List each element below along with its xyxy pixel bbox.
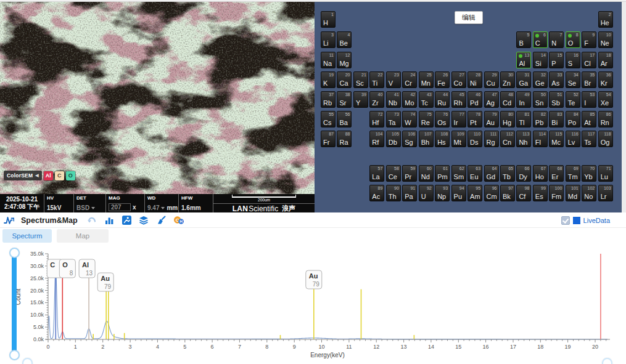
- element-tile-Pt[interactable]: 78Pt: [467, 111, 482, 127]
- element-tile-O[interactable]: 8O: [566, 31, 580, 48]
- element-tile-B[interactable]: 5B: [516, 31, 531, 48]
- element-tile-Li[interactable]: 3Li: [321, 31, 336, 48]
- element-tile-Tl[interactable]: 81Tl: [516, 111, 531, 127]
- sem-image-panel[interactable]: ColorSEM ◀ AlCO: [0, 2, 315, 194]
- element-tile-Fr[interactable]: 87Fr: [321, 131, 336, 147]
- element-tile-Kr[interactable]: 36Kr: [598, 71, 613, 88]
- element-tile-Ra[interactable]: 88Ra: [337, 131, 352, 147]
- element-tile-Bi[interactable]: 83Bi: [549, 111, 564, 127]
- element-tile-Er[interactable]: 68Er: [549, 165, 564, 182]
- element-tile-N[interactable]: 7N: [549, 31, 564, 48]
- element-tile-Rg[interactable]: 111Rg: [484, 131, 499, 147]
- element-tile-Ru[interactable]: 44Ru: [435, 91, 450, 108]
- element-tile-Pu[interactable]: 94Pu: [451, 185, 466, 201]
- element-tile-Te[interactable]: 52Te: [566, 91, 580, 108]
- element-tile-Es[interactable]: 99Es: [533, 185, 548, 201]
- count-slider-handle-top[interactable]: [9, 248, 20, 258]
- element-tile-Ca[interactable]: 20Ca: [337, 71, 352, 88]
- element-tile-Ir[interactable]: 77Ir: [451, 111, 466, 127]
- element-tile-Se[interactable]: 34Se: [566, 71, 580, 88]
- element-tile-In[interactable]: 49In: [516, 91, 531, 108]
- element-tile-Ho[interactable]: 67Ho: [533, 165, 548, 182]
- element-tile-He[interactable]: 2He: [598, 11, 613, 28]
- element-tile-Cl[interactable]: 17Cl: [582, 52, 596, 68]
- element-tile-Al[interactable]: 13Al: [516, 52, 531, 68]
- element-tile-Pr[interactable]: 59Pr: [402, 165, 417, 182]
- element-tile-Ce[interactable]: 58Ce: [386, 165, 401, 182]
- element-tile-Cm[interactable]: 96Cm: [484, 185, 499, 201]
- auto-identify-icon[interactable]: [121, 215, 132, 225]
- element-tile-Xe[interactable]: 54Xe: [598, 91, 613, 108]
- element-tile-Dy[interactable]: 66Dy: [516, 165, 531, 182]
- element-tile-Md[interactable]: 101Md: [566, 185, 580, 201]
- peak-label-Au[interactable]: Au79: [97, 273, 113, 291]
- element-chip-C[interactable]: C: [55, 171, 64, 180]
- element-tile-Zr[interactable]: 40Zr: [369, 91, 384, 108]
- edit-button[interactable]: 编辑: [455, 11, 483, 24]
- element-tile-Rb[interactable]: 37Rb: [321, 91, 336, 108]
- element-chip-O[interactable]: O: [66, 171, 75, 180]
- element-tile-Sc[interactable]: 21Sc: [353, 71, 368, 88]
- element-tile-Sr[interactable]: 38Sr: [337, 91, 352, 108]
- element-tile-Tc[interactable]: 43Tc: [419, 91, 434, 108]
- det-dropdown[interactable]: BSD: [76, 204, 103, 211]
- element-tile-Zn[interactable]: 30Zn: [500, 71, 515, 88]
- element-tile-Gd[interactable]: 64Gd: [484, 165, 499, 182]
- element-tile-Rn[interactable]: 86Rn: [598, 111, 613, 127]
- element-tile-S[interactable]: 16S: [566, 52, 580, 68]
- element-tile-Ac[interactable]: 89Ac: [369, 185, 384, 201]
- element-tile-Sm[interactable]: 62Sm: [451, 165, 466, 182]
- element-tile-Os[interactable]: 76Os: [435, 111, 450, 127]
- element-tile-Tm[interactable]: 69Tm: [566, 165, 580, 182]
- mag-input[interactable]: 207: [109, 203, 131, 211]
- colorsem-toggle[interactable]: ColorSEM ◀: [4, 171, 42, 180]
- element-tile-Ga[interactable]: 31Ga: [516, 71, 531, 88]
- element-tile-Co[interactable]: 27Co: [451, 71, 466, 88]
- count-slider-handle-bottom[interactable]: [9, 350, 20, 360]
- clean-icon[interactable]: [156, 215, 167, 225]
- element-tile-Ne[interactable]: 10Ne: [598, 31, 613, 48]
- element-tile-Am[interactable]: 95Am: [467, 185, 482, 201]
- element-tile-Fl[interactable]: 114Fl: [533, 131, 548, 147]
- element-tile-Hs[interactable]: 108Hs: [435, 131, 450, 147]
- element-tile-Ta[interactable]: 73Ta: [386, 111, 401, 127]
- element-tile-As[interactable]: 33As: [549, 71, 564, 88]
- element-tile-Si[interactable]: 14Si: [533, 52, 548, 68]
- element-tile-Cr[interactable]: 24Cr: [402, 71, 417, 88]
- energy-slider-handle-right[interactable]: [602, 358, 612, 364]
- wd-dropdown[interactable]: 9.47 mm: [147, 204, 176, 211]
- element-tile-Mn[interactable]: 25Mn: [419, 71, 434, 88]
- element-tile-Sn[interactable]: 50Sn: [533, 91, 548, 108]
- element-tile-Pb[interactable]: 82Pb: [533, 111, 548, 127]
- element-tile-Eu[interactable]: 63Eu: [467, 165, 482, 182]
- element-tile-Mc[interactable]: 115Mc: [549, 131, 564, 147]
- element-tile-U[interactable]: 92U: [419, 185, 434, 201]
- element-tile-Y[interactable]: 39Y: [353, 91, 368, 108]
- element-ch-icon[interactable]: C H: [173, 215, 184, 225]
- spectrum-chart[interactable]: 0.0k5.0k10.0k15.0k20.0k25.0k30.0k35.0k01…: [0, 244, 626, 364]
- element-tile-P[interactable]: 15P: [549, 52, 564, 68]
- peak-label-Au[interactable]: Au79: [306, 270, 322, 289]
- peak-label-Al[interactable]: Al13: [79, 259, 95, 278]
- element-tile-Bh[interactable]: 107Bh: [419, 131, 434, 147]
- element-tile-Na[interactable]: 11Na: [321, 52, 336, 68]
- element-tile-Sg[interactable]: 106Sg: [402, 131, 417, 147]
- element-tile-Re[interactable]: 75Re: [419, 111, 434, 127]
- element-tile-Mo[interactable]: 42Mo: [402, 91, 417, 108]
- element-tile-Mt[interactable]: 109Mt: [451, 131, 466, 147]
- undo-icon[interactable]: [87, 215, 97, 225]
- layers-icon[interactable]: [139, 215, 149, 225]
- element-tile-Fm[interactable]: 100Fm: [549, 185, 564, 201]
- element-tile-Db[interactable]: 105Db: [386, 131, 401, 147]
- livedata-color-swatch[interactable]: [573, 217, 580, 224]
- element-tile-I[interactable]: 53I: [582, 91, 596, 108]
- element-tile-Ts[interactable]: 117Ts: [582, 131, 596, 147]
- element-tile-Cu[interactable]: 29Cu: [484, 71, 499, 88]
- element-tile-W[interactable]: 74W: [402, 111, 417, 127]
- tab-map[interactable]: Map: [57, 229, 109, 243]
- element-tile-Ni[interactable]: 28Ni: [467, 71, 482, 88]
- element-tile-Po[interactable]: 84Po: [566, 111, 580, 127]
- tab-spectrum[interactable]: Specturm: [2, 229, 52, 243]
- element-tile-Nh[interactable]: 113Nh: [516, 131, 531, 147]
- element-chip-Al[interactable]: Al: [44, 171, 53, 180]
